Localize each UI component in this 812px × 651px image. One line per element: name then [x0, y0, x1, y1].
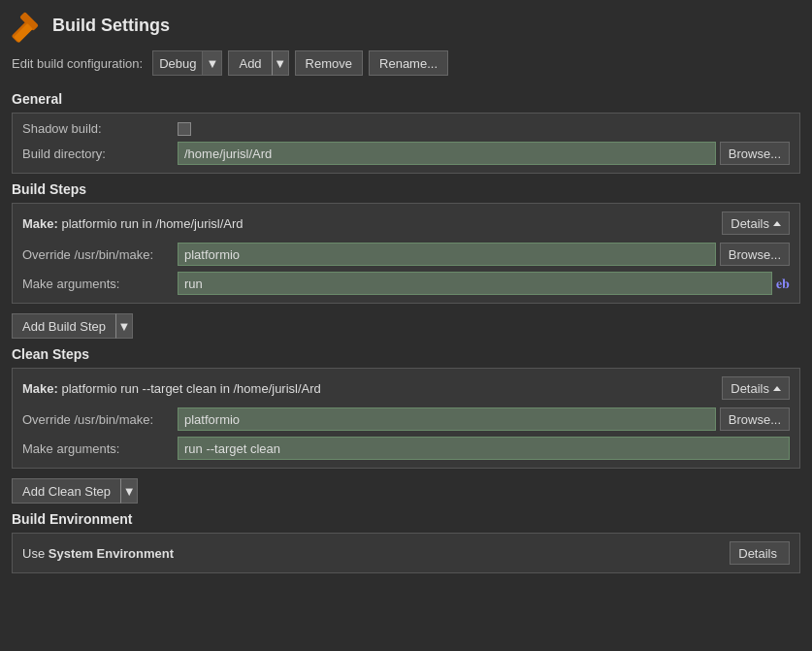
add-build-step-button[interactable]: Add Build Step: [12, 313, 115, 339]
add-clean-step-arrow[interactable]: ▼: [120, 478, 138, 504]
clean-override-input[interactable]: [178, 407, 716, 431]
build-override-input[interactable]: [178, 243, 716, 266]
build-env-section: Use System Environment Details: [12, 533, 800, 573]
build-dir-label: Build directory:: [22, 146, 178, 161]
build-steps-section: Make: platformio run in /home/jurisl/Ard…: [12, 203, 800, 304]
env-use-label: Use: [22, 546, 45, 561]
clean-args-input[interactable]: [178, 437, 790, 460]
main-content: General Shadow build: Build directory: B…: [0, 91, 812, 573]
general-section-title: General: [12, 91, 800, 107]
build-override-row: Override /usr/bin/make: Browse...: [22, 243, 790, 266]
build-step-title-bold: Make:: [22, 216, 58, 231]
remove-button[interactable]: Remove: [295, 50, 363, 76]
build-args-row: Make arguments: 𝐞𝐛: [22, 272, 790, 295]
args-icon: 𝐞𝐛: [776, 276, 790, 292]
build-env-section-title: Build Environment: [12, 511, 800, 527]
clean-step-header: Make: platformio run --target clean in /…: [22, 376, 790, 400]
build-step-title-rest: platformio run in /home/jurisl/Ard: [58, 216, 244, 231]
add-button[interactable]: Add: [228, 50, 271, 76]
clean-details-arrow-up-icon: [773, 386, 781, 391]
clean-override-label: Override /usr/bin/make:: [22, 412, 178, 427]
add-clean-step-group[interactable]: Add Clean Step ▼: [12, 478, 138, 504]
clean-override-browse-button[interactable]: Browse...: [720, 407, 790, 431]
shadow-build-label: Shadow build:: [22, 121, 178, 136]
build-override-browse-button[interactable]: Browse...: [720, 243, 790, 266]
build-dir-row: Build directory: Browse...: [22, 142, 790, 165]
details-arrow-up-icon: [773, 221, 781, 226]
clean-step-details-label: Details: [731, 381, 769, 396]
env-system-label: System Environment: [49, 546, 174, 561]
toolbar: Edit build configuration: Debug ▼ Add ▼ …: [0, 47, 812, 83]
clean-step-details-button[interactable]: Details: [722, 376, 790, 400]
build-args-label: Make arguments:: [22, 277, 178, 291]
build-dir-browse-button[interactable]: Browse...: [720, 142, 790, 165]
clean-step-title-bold: Make:: [22, 381, 58, 396]
rename-button[interactable]: Rename...: [369, 50, 448, 76]
shadow-build-checkbox[interactable]: [178, 122, 191, 136]
page-title: Build Settings: [52, 16, 170, 36]
edit-config-label: Edit build configuration:: [12, 56, 143, 71]
add-clean-step-button[interactable]: Add Clean Step: [12, 478, 120, 504]
add-button-group[interactable]: Add ▼: [228, 50, 288, 76]
build-step-header: Make: platformio run in /home/jurisl/Ard…: [22, 212, 790, 235]
clean-step-title-rest: platformio run --target clean in /home/j…: [58, 381, 321, 396]
build-override-label: Override /usr/bin/make:: [22, 247, 178, 262]
clean-args-label: Make arguments:: [22, 441, 178, 456]
clean-steps-section-title: Clean Steps: [12, 346, 800, 362]
build-steps-section-title: Build Steps: [12, 181, 800, 197]
add-dropdown-arrow[interactable]: ▼: [272, 50, 289, 76]
config-select[interactable]: Debug ▼: [152, 50, 222, 76]
env-label: Use System Environment: [22, 546, 174, 561]
config-dropdown-arrow[interactable]: ▼: [203, 50, 222, 76]
add-build-step-group[interactable]: Add Build Step ▼: [12, 313, 133, 339]
hammer-icon: [8, 8, 43, 43]
build-args-input[interactable]: [178, 272, 772, 295]
shadow-build-row: Shadow build:: [22, 121, 790, 136]
build-step-title: Make: platformio run in /home/jurisl/Ard: [22, 216, 244, 231]
env-details-button[interactable]: Details: [730, 541, 790, 565]
config-value[interactable]: Debug: [152, 50, 203, 76]
clean-steps-section: Make: platformio run --target clean in /…: [12, 368, 800, 469]
add-build-step-arrow[interactable]: ▼: [115, 313, 133, 339]
clean-override-row: Override /usr/bin/make: Browse...: [22, 407, 790, 431]
env-row: Use System Environment Details: [22, 541, 790, 565]
general-section: Shadow build: Build directory: Browse...: [12, 113, 800, 174]
clean-step-title: Make: platformio run --target clean in /…: [22, 381, 321, 396]
clean-args-row: Make arguments:: [22, 437, 790, 460]
page-header: Build Settings: [0, 0, 812, 47]
build-dir-input[interactable]: [178, 142, 716, 165]
env-details-label: Details: [738, 546, 777, 561]
build-step-details-button[interactable]: Details: [722, 212, 790, 235]
build-step-details-label: Details: [731, 216, 769, 231]
